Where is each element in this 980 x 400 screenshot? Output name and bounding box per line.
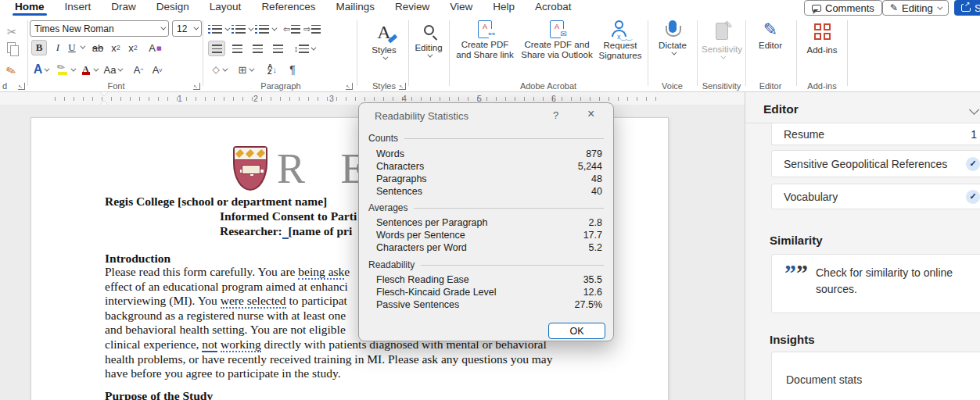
bullet-list-button[interactable]: [208, 21, 228, 37]
insights-heading: Insights: [770, 333, 815, 346]
chevron-down-icon[interactable]: [969, 105, 979, 115]
stat-row-characters-per-word: Characters per Word5.2: [376, 242, 602, 253]
text-effects-button[interactable]: A: [31, 62, 50, 77]
addins-button-label: Add-ins: [807, 45, 838, 55]
align-right-button[interactable]: [249, 41, 266, 56]
tab-insert[interactable]: Insert: [55, 0, 102, 16]
sensitivity-group-label: Sensitivity: [698, 81, 745, 91]
font-size-combobox[interactable]: 12: [172, 20, 202, 37]
italic-button[interactable]: I: [50, 40, 66, 55]
grow-font-button[interactable]: A^: [130, 62, 147, 77]
subscript-button[interactable]: x2: [108, 40, 124, 55]
styles-dialog-launcher-icon[interactable]: [399, 83, 406, 90]
styles-button[interactable]: A Styles: [364, 20, 404, 60]
request-signatures-button[interactable]: x‿‿ RequestSignatures: [596, 20, 644, 61]
comments-button[interactable]: Comments: [804, 0, 882, 16]
editor-pane-title: Editor: [763, 102, 799, 116]
comments-label: Comments: [825, 2, 874, 14]
show-formatting-button[interactable]: ¶: [285, 62, 300, 77]
tab-references[interactable]: References: [251, 0, 325, 16]
share-button[interactable]: Sh: [954, 0, 980, 16]
tab-draw[interactable]: Draw: [101, 0, 146, 16]
tab-mailings[interactable]: Mailings: [325, 0, 385, 16]
indent-icon: ⇨: [303, 24, 311, 34]
paragraph-dialog-launcher-icon[interactable]: [346, 83, 353, 90]
multilevel-list-icon: [259, 25, 269, 34]
editing-group: Editing: [410, 17, 447, 92]
superscript-button[interactable]: x2: [125, 40, 141, 55]
tab-view[interactable]: View: [440, 0, 483, 16]
indent-marker[interactable]: [100, 92, 109, 105]
dialog-help-button[interactable]: ?: [553, 109, 558, 121]
stat-row-paragraphs: Paragraphs48: [376, 173, 602, 184]
tab-layout[interactable]: Layout: [199, 0, 252, 16]
editing-mode-dropdown[interactable]: ✎ Editing: [882, 0, 949, 16]
similarity-card[interactable]: ”” Check for similarity to online source…: [771, 254, 980, 313]
editor-row-sensitive-geopolitical[interactable]: Sensitive Geopolitical References ✓: [771, 150, 980, 177]
tab-review[interactable]: Review: [385, 0, 440, 16]
editor-row-vocabulary[interactable]: Vocabulary ✓: [771, 184, 980, 209]
strikethrough-button[interactable]: ab: [89, 40, 106, 55]
editor-row-resume[interactable]: Resume 1: [771, 123, 980, 145]
editing-button[interactable]: Editing: [411, 20, 446, 58]
outdent-icon: ⇦: [283, 24, 290, 34]
document-stats-card[interactable]: Document stats: [771, 352, 980, 400]
bold-button[interactable]: B: [31, 40, 47, 55]
increase-indent-button[interactable]: ⇨: [303, 21, 321, 37]
create-pdf-share-link-label: Create PDFand Share link: [456, 40, 514, 60]
format-painter-icon[interactable]: ✎: [4, 62, 18, 79]
styles-group: A Styles Styles: [360, 17, 408, 92]
font-group-label: Font: [30, 81, 203, 91]
cut-scissors-icon[interactable]: ✂: [7, 25, 17, 39]
check-circle-icon: ✓: [966, 190, 980, 204]
addins-button[interactable]: Add-ins: [804, 20, 840, 55]
editor-button[interactable]: ✎ Editor: [753, 20, 788, 50]
sort-button[interactable]: AZ↓: [263, 62, 282, 77]
editor-pencil-icon: ✎: [763, 20, 777, 39]
align-left-button[interactable]: [208, 41, 225, 56]
editor-group-label: Editor: [747, 81, 794, 91]
dictate-button[interactable]: Dictate: [655, 20, 690, 55]
comment-icon: [812, 5, 821, 12]
chevron-down-icon: [160, 25, 166, 30]
ribbon-tabs: Home Insert Draw Design Layout Reference…: [5, 0, 582, 16]
tab-help[interactable]: Help: [483, 0, 525, 16]
ok-button[interactable]: OK: [548, 323, 605, 339]
shading-button[interactable]: ◇: [208, 62, 230, 77]
numbered-list-button[interactable]: [232, 21, 252, 37]
font-color-icon: A: [81, 64, 92, 76]
doc-heading-researcher: Researcher: [name of pri: [220, 224, 352, 238]
tab-design[interactable]: Design: [146, 0, 199, 16]
change-case-button[interactable]: Aa: [102, 62, 124, 77]
line-spacing-button[interactable]: ↕: [293, 41, 316, 56]
justify-button[interactable]: [269, 41, 286, 56]
borders-grid-icon: ⊞: [239, 64, 247, 76]
tab-home[interactable]: Home: [5, 0, 55, 16]
borders-button[interactable]: ⊞: [235, 62, 257, 77]
sensitivity-label: Sensitivity: [702, 45, 742, 54]
similarity-heading: Similarity: [770, 234, 823, 247]
dialog-close-icon[interactable]: ×: [587, 108, 594, 120]
underline-button[interactable]: U: [64, 40, 80, 55]
font-name-combobox[interactable]: Times New Roman: [30, 20, 169, 37]
pdf-link-icon: A⚯: [478, 20, 492, 38]
highlight-color-button[interactable]: ✎: [55, 62, 75, 77]
ruler-number: 2: [253, 94, 258, 103]
clear-formatting-button[interactable]: A◆: [147, 40, 164, 55]
clipboard-dialog-launcher-icon[interactable]: [18, 83, 25, 90]
align-center-button[interactable]: [228, 41, 246, 56]
create-pdf-share-outlook-button[interactable]: A✉ Create PDF andShare via Outlook: [521, 20, 593, 60]
paragraph-group: ⇦ ⇨ ↕ ◇ ⊞ AZ↓ ¶ Paragraph: [206, 17, 355, 92]
multilevel-list-button[interactable]: [255, 21, 275, 37]
quote-icon: ””: [784, 259, 808, 286]
font-color-button[interactable]: A: [78, 62, 99, 77]
font-dialog-launcher-icon[interactable]: [193, 83, 200, 90]
editor-row-label: Resume: [784, 128, 824, 141]
tab-acrobat[interactable]: Acrobat: [525, 0, 582, 16]
chevron-down-icon: [671, 50, 677, 55]
shrink-font-button[interactable]: Av: [149, 62, 166, 77]
create-pdf-share-link-button[interactable]: A⚯ Create PDFand Share link: [455, 20, 515, 60]
decrease-indent-button[interactable]: ⇦: [283, 21, 300, 37]
underline-chevron-icon[interactable]: [80, 44, 85, 49]
sensitivity-button[interactable]: Sensitivity: [700, 20, 744, 59]
